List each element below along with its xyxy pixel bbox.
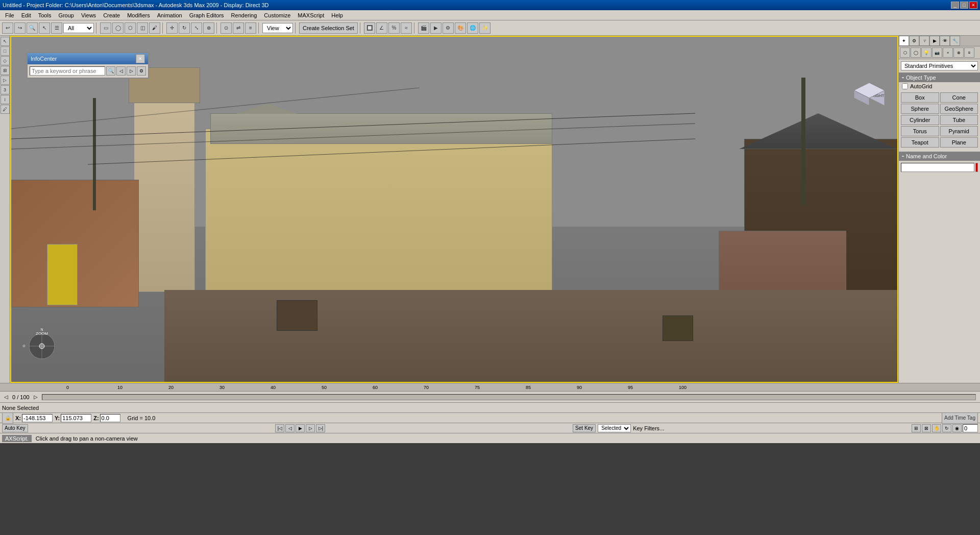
- render-environment[interactable]: 🌐: [467, 22, 478, 34]
- move-button[interactable]: ✛: [166, 22, 178, 34]
- infocenter-prev-button[interactable]: ◁: [116, 66, 126, 76]
- select-by-name[interactable]: ☰: [51, 22, 62, 34]
- rotate-button[interactable]: ↻: [179, 22, 190, 34]
- spinner-snap[interactable]: ≈: [401, 22, 412, 34]
- geosphere-button[interactable]: GeoSphere: [940, 104, 978, 114]
- snap-toggle-3d[interactable]: 🔲: [364, 22, 375, 34]
- align-button[interactable]: ≡: [245, 22, 256, 34]
- rpanel-sys-icon[interactable]: ≡: [964, 47, 974, 58]
- go-to-end[interactable]: ▷|: [316, 424, 325, 432]
- left-tb-shape[interactable]: □: [1, 46, 10, 56]
- standard-primitives-dropdown[interactable]: Standard Primitives: [901, 61, 978, 70]
- color-swatch[interactable]: [975, 163, 978, 172]
- sphere-button[interactable]: Sphere: [901, 104, 939, 114]
- infocenter-search-button[interactable]: 🔍: [106, 66, 115, 76]
- zoom-ext-anim[interactable]: ⊞: [912, 424, 921, 432]
- autogrid-checkbox[interactable]: [902, 83, 908, 89]
- rpanel-tab-modify[interactable]: ⚙: [909, 36, 919, 46]
- reference-coord-dropdown[interactable]: View: [262, 23, 293, 33]
- left-tb-iso[interactable]: ▷: [1, 76, 10, 85]
- rpanel-geo-icon[interactable]: ⬡: [900, 47, 910, 58]
- select-filter[interactable]: 🔍: [27, 22, 38, 34]
- menu-customize[interactable]: Customize: [261, 12, 293, 19]
- pan-anim[interactable]: ✋: [932, 424, 941, 432]
- y-input[interactable]: [61, 414, 91, 422]
- next-frame[interactable]: ▷: [306, 424, 315, 432]
- rpanel-tab-utilities[interactable]: 🔧: [950, 36, 960, 46]
- render-effects[interactable]: ✨: [479, 22, 491, 34]
- scale-type[interactable]: ⊕: [203, 22, 214, 34]
- cylinder-button[interactable]: Cylinder: [901, 115, 939, 125]
- angle-snap[interactable]: ∠: [376, 22, 387, 34]
- rpanel-helper-icon[interactable]: +: [943, 47, 953, 58]
- selection-filter-dropdown[interactable]: All: [63, 23, 94, 33]
- name-input[interactable]: [901, 163, 974, 172]
- zoom-region-anim[interactable]: ⊠: [922, 424, 931, 432]
- menu-create[interactable]: Create: [100, 12, 123, 19]
- percent-snap[interactable]: %: [388, 22, 400, 34]
- coord-lock-button[interactable]: 🔒: [2, 412, 13, 424]
- frame-input[interactable]: [963, 424, 978, 432]
- menu-modifiers[interactable]: Modifiers: [124, 12, 153, 19]
- rpanel-cam-icon[interactable]: 📷: [932, 47, 942, 58]
- rpanel-tab-hierarchy[interactable]: ⑂: [919, 36, 929, 46]
- auto-key-button[interactable]: Auto Key: [2, 424, 28, 432]
- field-of-view[interactable]: ◉: [952, 424, 962, 432]
- torus-button[interactable]: Torus: [901, 126, 939, 136]
- rpanel-tab-motion[interactable]: ▶: [929, 36, 940, 46]
- paint-selection[interactable]: 🖌: [149, 22, 160, 34]
- menu-file[interactable]: File: [2, 12, 17, 19]
- viewport[interactable]: Perspectiv: [10, 36, 898, 383]
- redo-button[interactable]: ↪: [14, 22, 26, 34]
- window-crossing[interactable]: ◫: [137, 22, 148, 34]
- rpanel-space-icon[interactable]: ⊗: [953, 47, 964, 58]
- create-selection-set-button[interactable]: Create Selection Set: [299, 22, 358, 34]
- left-tb-select[interactable]: ↖: [1, 37, 10, 46]
- menu-graph-editors[interactable]: Graph Editors: [186, 12, 227, 19]
- left-tb-3d[interactable]: 3: [1, 85, 10, 94]
- menu-help[interactable]: Help: [328, 12, 346, 19]
- timeline-prev-arrow[interactable]: ◁: [2, 394, 10, 400]
- menu-maxscript[interactable]: MAXScript: [295, 12, 327, 19]
- rpanel-tab-create[interactable]: ✦: [899, 36, 909, 46]
- mirror-button[interactable]: ⇌: [233, 22, 244, 34]
- tube-button[interactable]: Tube: [940, 115, 978, 125]
- menu-group[interactable]: Group: [55, 12, 77, 19]
- timeline-track[interactable]: [42, 394, 976, 400]
- menu-tools[interactable]: Tools: [35, 12, 55, 19]
- plane-button[interactable]: Plane: [940, 137, 978, 148]
- z-input[interactable]: [100, 414, 120, 422]
- left-tb-zoom-ext[interactable]: ⊞: [1, 66, 10, 75]
- render-quick[interactable]: ▶: [430, 22, 442, 34]
- pivot-button[interactable]: ⊙: [220, 22, 232, 34]
- object-type-section-header[interactable]: - Object Type: [899, 73, 980, 82]
- menu-edit[interactable]: Edit: [18, 12, 34, 19]
- timeline-next-arrow[interactable]: ▷: [32, 394, 40, 400]
- teapot-button[interactable]: Teapot: [901, 137, 939, 148]
- left-tb-paint[interactable]: 🖊: [1, 105, 10, 114]
- close-button[interactable]: ✕: [969, 2, 977, 9]
- menu-views[interactable]: Views: [78, 12, 99, 19]
- select-button[interactable]: ↖: [39, 22, 50, 34]
- infocenter-settings-button[interactable]: ⚙: [137, 66, 146, 76]
- select-region-fence[interactable]: ⬡: [125, 22, 136, 34]
- infocenter-close[interactable]: ✕: [136, 54, 145, 63]
- go-to-start[interactable]: |◁: [275, 424, 284, 432]
- render-scene[interactable]: 🎬: [418, 22, 429, 34]
- menu-rendering[interactable]: Rendering: [228, 12, 260, 19]
- undo-button[interactable]: ↩: [2, 22, 13, 34]
- orbit-anim[interactable]: ↻: [942, 424, 951, 432]
- x-input[interactable]: [22, 414, 53, 422]
- box-button[interactable]: Box: [901, 92, 939, 103]
- infocenter-next-button[interactable]: ▷: [127, 66, 136, 76]
- material-editor[interactable]: 🎨: [455, 22, 466, 34]
- rpanel-light-icon[interactable]: 💡: [921, 47, 932, 58]
- set-key-button[interactable]: Set Key: [573, 424, 596, 432]
- play-button[interactable]: ▶: [296, 424, 305, 432]
- name-color-section-header[interactable]: - Name and Color: [899, 152, 980, 161]
- rpanel-shape-icon[interactable]: ◯: [911, 47, 921, 58]
- scale-button[interactable]: ⤡: [191, 22, 202, 34]
- prev-frame[interactable]: ◁: [285, 424, 295, 432]
- left-tb-shape2[interactable]: ◇: [1, 56, 10, 65]
- select-region-rect[interactable]: ▭: [100, 22, 111, 34]
